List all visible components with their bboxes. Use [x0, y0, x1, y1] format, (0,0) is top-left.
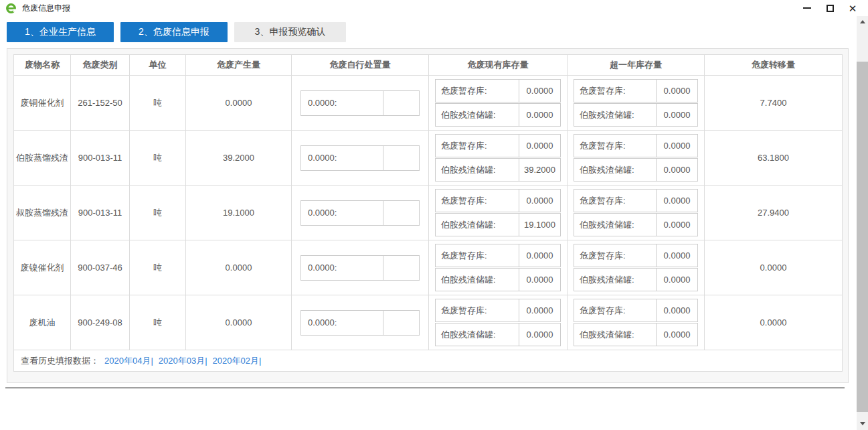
- col-header-category: 危废类别: [71, 55, 130, 76]
- temp-store-row: 危废暂存库: 0.0000: [435, 244, 561, 267]
- temp-store-value: 0.0000: [519, 80, 560, 102]
- maximize-icon: [827, 5, 834, 12]
- current-stock-cell: 危废暂存库: 0.0000 伯胺残渣储罐: 19.1000: [429, 186, 568, 240]
- window-title: 危废信息申报: [22, 3, 70, 14]
- tank-store-row: 伯胺残渣储罐: 0.0000: [574, 213, 698, 236]
- self-disposal-cell: 0.0000:: [292, 186, 429, 240]
- self-disposal-value: 0.0000:: [301, 91, 383, 115]
- self-disposal-input[interactable]: [383, 146, 419, 170]
- over-year-stock-cell: 危废暂存库: 0.0000 伯胺残渣储罐: 0.0000: [568, 131, 705, 186]
- temp-store-row: 危废暂存库: 0.0000: [574, 244, 698, 267]
- tank-store-row: 伯胺残渣储罐: 39.2000: [435, 158, 561, 182]
- vertical-scrollbar[interactable]: [857, 16, 868, 430]
- history-label: 查看历史填报数据：: [21, 356, 99, 366]
- self-disposal-group: 0.0000:: [300, 90, 420, 116]
- tab-enterprise-production-info[interactable]: 1、企业生产信息: [7, 22, 114, 42]
- table-row: 伯胺蒸馏残渣 900-013-11 吨 39.2000 0.0000: 危废暂存…: [14, 131, 843, 186]
- over-year-stock-group: 危废暂存库: 0.0000 伯胺残渣储罐: 0.0000: [574, 299, 698, 346]
- temp-store-row: 危废暂存库: 0.0000: [574, 189, 698, 212]
- step-tabs: 1、企业生产信息 2、危废信息申报 3、申报预览确认: [7, 22, 346, 42]
- tank-store-row: 伯胺残渣储罐: 19.1000: [435, 213, 561, 236]
- produced-cell: 0.0000: [186, 240, 292, 295]
- temp-store-value: 0.0000: [656, 80, 697, 102]
- self-disposal-value: 0.0000:: [301, 311, 383, 335]
- tank-store-row: 伯胺残渣储罐: 0.0000: [574, 323, 698, 346]
- table-row: 叔胺蒸馏残渣 900-013-11 吨 19.1000 0.0000: 危废暂存…: [14, 186, 843, 240]
- scroll-up-button[interactable]: [857, 16, 868, 27]
- tab-declaration-preview-confirm[interactable]: 3、申报预览确认: [234, 22, 346, 42]
- unit-cell: 吨: [130, 76, 186, 131]
- temp-store-value: 0.0000: [656, 244, 697, 267]
- minimize-button[interactable]: [796, 0, 818, 16]
- tank-store-row: 伯胺残渣储罐: 0.0000: [435, 323, 561, 346]
- history-link-2020-03[interactable]: 2020年03月|: [159, 356, 207, 366]
- self-disposal-input[interactable]: [383, 256, 419, 280]
- waste-name-cell: 叔胺蒸馏残渣: [14, 186, 71, 240]
- self-disposal-input[interactable]: [383, 91, 419, 115]
- col-header-self-disposal: 危废自行处置量: [292, 55, 429, 76]
- self-disposal-input[interactable]: [383, 311, 419, 335]
- tank-store-row: 伯胺残渣储罐: 0.0000: [435, 268, 561, 291]
- category-cell: 900-037-46: [71, 240, 130, 295]
- self-disposal-cell: 0.0000:: [292, 295, 429, 350]
- tank-store-label: 伯胺残渣储罐:: [574, 269, 656, 291]
- self-disposal-input[interactable]: [383, 201, 419, 225]
- temp-store-value: 0.0000: [656, 299, 697, 321]
- temp-store-row: 危废暂存库: 0.0000: [435, 299, 561, 322]
- waste-name-cell: 废机油: [14, 295, 71, 350]
- maximize-button[interactable]: [818, 0, 841, 16]
- col-header-unit: 单位: [130, 55, 186, 76]
- content-panel: 废物名称 危废类别 单位 危废产生量 危废自行处置量 危废现有库存量 超一年库存…: [7, 48, 849, 383]
- current-stock-cell: 危废暂存库: 0.0000 伯胺残渣储罐: 39.2000: [429, 131, 568, 186]
- tank-store-label: 伯胺残渣储罐:: [574, 159, 656, 181]
- temp-store-row: 危废暂存库: 0.0000: [574, 299, 698, 322]
- temp-store-label: 危废暂存库:: [574, 80, 656, 102]
- category-cell: 900-013-11: [71, 131, 130, 186]
- over-year-stock-cell: 危废暂存库: 0.0000 伯胺残渣储罐: 0.0000: [568, 240, 705, 295]
- self-disposal-value: 0.0000:: [301, 201, 383, 225]
- tank-store-label: 伯胺残渣储罐:: [436, 214, 519, 236]
- tab-hazwaste-info-declaration[interactable]: 2、危废信息申报: [120, 22, 228, 42]
- produced-cell: 0.0000: [186, 76, 292, 131]
- category-cell: 900-249-08: [71, 295, 130, 350]
- self-disposal-group: 0.0000:: [300, 255, 420, 281]
- unit-cell: 吨: [130, 186, 186, 240]
- self-disposal-cell: 0.0000:: [292, 76, 429, 131]
- waste-name-cell: 废铜催化剂: [14, 76, 71, 131]
- over-year-stock-cell: 危废暂存库: 0.0000 伯胺残渣储罐: 0.0000: [568, 295, 705, 350]
- over-year-stock-group: 危废暂存库: 0.0000 伯胺残渣储罐: 0.0000: [574, 244, 698, 291]
- unit-cell: 吨: [130, 240, 186, 295]
- produced-cell: 39.2000: [186, 131, 292, 186]
- unit-cell: 吨: [130, 131, 186, 186]
- scrollbar-thumb[interactable]: [857, 62, 868, 412]
- tank-store-value: 0.0000: [519, 104, 560, 126]
- self-disposal-cell: 0.0000:: [292, 131, 429, 186]
- temp-store-value: 0.0000: [519, 135, 560, 157]
- scroll-down-button[interactable]: [857, 418, 868, 429]
- temp-store-value: 0.0000: [656, 190, 697, 212]
- temp-store-value: 0.0000: [656, 135, 697, 157]
- over-year-stock-cell: 危废暂存库: 0.0000 伯胺残渣储罐: 0.0000: [568, 76, 705, 131]
- current-stock-cell: 危废暂存库: 0.0000 伯胺残渣储罐: 0.0000: [429, 240, 568, 295]
- temp-store-row: 危废暂存库: 0.0000: [574, 134, 698, 157]
- tank-store-label: 伯胺残渣储罐:: [436, 104, 519, 126]
- tank-store-value: 0.0000: [656, 104, 697, 126]
- history-link-2020-02[interactable]: 2020年02月|: [213, 356, 262, 366]
- close-button[interactable]: ✕: [841, 0, 864, 16]
- table-row: 废镍催化剂 900-037-46 吨 0.0000 0.0000: 危废暂存库:…: [14, 240, 843, 295]
- tank-store-value: 0.0000: [519, 324, 560, 346]
- transferred-cell: 0.0000: [705, 240, 843, 295]
- over-year-stock-cell: 危废暂存库: 0.0000 伯胺残渣储罐: 0.0000: [568, 186, 705, 240]
- arrow-down-icon: [860, 422, 865, 425]
- self-disposal-group: 0.0000:: [300, 145, 420, 171]
- history-link-2020-04[interactable]: 2020年04月|: [104, 356, 153, 366]
- current-stock-group: 危废暂存库: 0.0000 伯胺残渣储罐: 0.0000: [435, 244, 561, 291]
- col-header-over-year-stock: 超一年库存量: [568, 55, 705, 76]
- browser-logo-icon: [5, 3, 17, 14]
- waste-name-cell: 废镍催化剂: [14, 240, 71, 295]
- temp-store-label: 危废暂存库:: [436, 135, 519, 157]
- temp-store-label: 危废暂存库:: [436, 80, 519, 102]
- current-stock-cell: 危废暂存库: 0.0000 伯胺残渣储罐: 0.0000: [429, 76, 568, 131]
- history-footer-row: 查看历史填报数据：2020年04月|2020年03月|2020年02月|: [14, 350, 843, 372]
- temp-store-label: 危废暂存库:: [436, 299, 519, 321]
